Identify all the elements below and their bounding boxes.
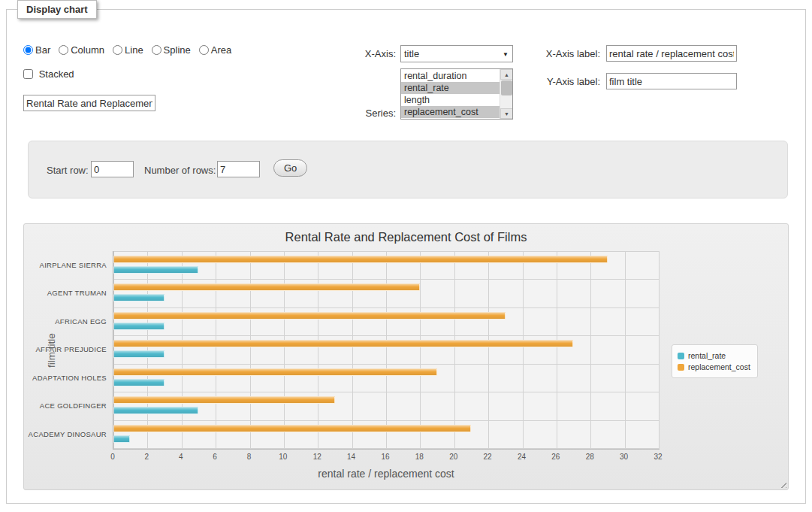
category-label: ADAPTATION HOLES: [24, 364, 107, 392]
gridline-vertical: [250, 251, 251, 449]
gridline-horizontal: [113, 251, 660, 252]
chart-type-options: BarColumnLineSplineArea: [23, 44, 240, 56]
category-label: AIRPLANE SIERRA: [24, 251, 107, 279]
radio-label: Line: [125, 44, 143, 56]
gridline-vertical: [557, 251, 557, 449]
y-axis-label-label: Y-Axis label:: [525, 76, 600, 87]
stacked-label: Stacked: [39, 68, 74, 80]
chart-type-radio-spline[interactable]: Spline: [152, 44, 191, 56]
number-of-rows-input[interactable]: [217, 161, 260, 177]
gridline-horizontal: [113, 335, 660, 336]
bar-rental_rate: [113, 350, 165, 358]
bar-rental_rate: [113, 435, 130, 443]
start-row-input[interactable]: [91, 161, 134, 177]
number-of-rows-label: Number of rows:: [144, 165, 216, 176]
fieldset-legend: Display chart: [17, 0, 97, 19]
x-tick-label: 2: [145, 453, 149, 461]
series-option-replacement_cost[interactable]: replacement_cost: [401, 106, 500, 118]
gridline-horizontal: [113, 448, 660, 449]
gridline-horizontal: [113, 364, 660, 365]
chart-title-input[interactable]: [23, 95, 155, 111]
series-select-label: Series:: [337, 108, 396, 119]
x-tick-label: 32: [654, 453, 662, 461]
stacked-checkbox[interactable]: [23, 69, 33, 79]
radio-label: Column: [71, 44, 104, 56]
chart-type-radio-line[interactable]: Line: [113, 44, 143, 56]
x-axis-label-label: X-Axis label:: [525, 48, 600, 59]
legend-label: rental_rate: [688, 351, 726, 360]
gridline-vertical: [625, 251, 626, 449]
stacked-option[interactable]: Stacked: [23, 68, 74, 80]
category-label: AFRICAN EGG: [24, 308, 107, 335]
go-button[interactable]: Go: [273, 159, 307, 177]
scroll-up-icon[interactable]: ▲: [500, 69, 513, 80]
y-axis-label-input[interactable]: [606, 73, 737, 89]
gridline-vertical: [318, 251, 318, 449]
gridline-vertical: [488, 251, 489, 449]
series-option-length[interactable]: length: [401, 94, 500, 106]
gridline-vertical: [352, 251, 353, 449]
category-label: ACADEMY DINOSAUR: [24, 420, 107, 448]
x-axis-label-input[interactable]: [606, 45, 737, 62]
radio-line[interactable]: [113, 45, 122, 55]
chart-legend: rental_ratereplacement_cost: [672, 344, 758, 378]
x-tick-label: 10: [279, 453, 287, 461]
category-label: AGENT TRUMAN: [24, 279, 107, 307]
category-label: ACE GOLDFINGER: [24, 392, 107, 420]
chart-x-axis-ticks: 02468101214161820222426283032: [24, 453, 788, 463]
radio-label: Spline: [164, 44, 191, 56]
gridline-vertical: [216, 251, 216, 449]
gridline-horizontal: [113, 308, 660, 308]
x-axis-selected-value: title: [404, 48, 419, 59]
legend-swatch: [678, 353, 684, 359]
x-tick-label: 12: [313, 453, 321, 461]
x-tick-label: 16: [381, 453, 389, 461]
series-listbox[interactable]: rental_durationrental_ratelengthreplacem…: [400, 68, 513, 120]
gridline-horizontal: [113, 392, 660, 392]
chart-type-radio-bar[interactable]: Bar: [23, 44, 50, 56]
chart-type-radio-column[interactable]: Column: [59, 44, 104, 56]
listbox-scrollbar[interactable]: ▲ ▼: [500, 69, 512, 119]
chevron-down-icon: ▼: [503, 51, 509, 58]
radio-label: Area: [211, 44, 231, 56]
radio-column[interactable]: [59, 45, 68, 55]
gridline-vertical: [523, 251, 524, 449]
bar-rental_rate: [113, 407, 198, 414]
gridline-vertical: [590, 251, 591, 449]
x-tick-label: 14: [347, 453, 355, 461]
legend-swatch: [678, 364, 684, 371]
x-tick-label: 24: [518, 453, 526, 461]
chart-type-radio-area[interactable]: Area: [199, 44, 231, 56]
radio-area[interactable]: [199, 45, 209, 55]
radio-spline[interactable]: [152, 45, 161, 55]
legend-label: replacement_cost: [688, 362, 750, 371]
x-tick-label: 28: [586, 453, 594, 461]
legend-item-rental_rate[interactable]: rental_rate: [678, 351, 750, 360]
gridline-vertical: [386, 251, 387, 449]
x-tick-label: 20: [449, 453, 457, 461]
start-row-label: Start row:: [47, 165, 89, 176]
chart-plot-area: [113, 251, 660, 450]
x-axis-select[interactable]: title ▼: [400, 45, 513, 62]
bar-rental_rate: [113, 379, 165, 386]
series-option-rental_duration[interactable]: rental_duration: [401, 70, 500, 82]
radio-label: Bar: [35, 44, 50, 56]
bar-replacement_cost: [113, 256, 608, 263]
resize-handle-icon[interactable]: [778, 480, 786, 488]
gridline-horizontal: [113, 279, 660, 280]
scrollbar-thumb[interactable]: [501, 80, 512, 95]
x-tick-label: 18: [415, 453, 424, 461]
bar-rental_rate: [113, 323, 165, 330]
chart-title: Rental Rate and Replacement Cost of Film…: [24, 230, 788, 244]
bar-replacement_cost: [113, 368, 437, 376]
gridline-vertical: [420, 251, 421, 449]
x-tick-label: 0: [110, 453, 115, 461]
gridline-vertical: [659, 251, 660, 449]
row-range-panel: Start row: Number of rows: Go: [28, 141, 788, 198]
bar-replacement_cost: [113, 425, 471, 432]
category-label: AFFAIR PREJUDICE: [24, 335, 107, 363]
series-option-rental_rate[interactable]: rental_rate: [401, 82, 500, 94]
scroll-down-icon[interactable]: ▼: [500, 108, 513, 119]
radio-bar[interactable]: [23, 45, 33, 55]
legend-item-replacement_cost[interactable]: replacement_cost: [678, 362, 750, 371]
